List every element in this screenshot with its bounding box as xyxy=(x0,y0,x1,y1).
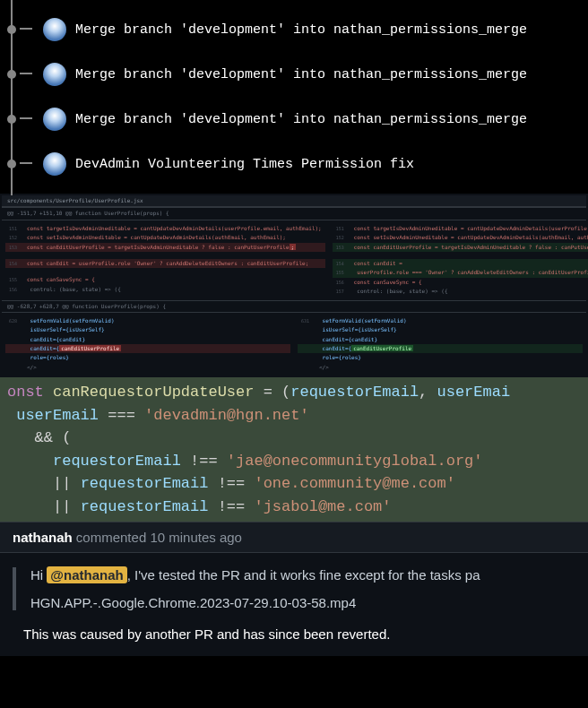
graph-area xyxy=(7,16,43,43)
graph-area xyxy=(7,106,43,133)
comment-author[interactable]: nathanah xyxy=(13,530,73,545)
graph-area xyxy=(7,61,43,88)
comment-timestamp: commented 10 minutes ago xyxy=(73,530,242,545)
code-zoom: onst canRequestorUpdateUser = (requestor… xyxy=(0,377,588,522)
comment-section: nathanah commented 10 minutes ago Hi @na… xyxy=(0,522,588,656)
commit-row[interactable]: Merge branch 'development' into nathan_p… xyxy=(0,52,588,97)
avatar xyxy=(43,63,66,86)
commit-message: Merge branch 'development' into nathan_p… xyxy=(75,112,527,127)
commit-row[interactable]: DevAdmin Volunteering Times Permission f… xyxy=(0,142,588,186)
graph-area xyxy=(7,151,43,177)
diff-hunk-header: @@ -151,7 +151,10 @@ function UserProfil… xyxy=(2,207,586,220)
comment-header[interactable]: nathanah commented 10 minutes ago xyxy=(0,522,588,553)
commit-message: DevAdmin Volunteering Times Permission f… xyxy=(75,157,414,172)
diff-right-column: 151const targetIsDevAdminUneditable = ca… xyxy=(329,220,588,300)
diff-view[interactable]: src/components/UserProfile/UserProfile.j… xyxy=(0,194,588,377)
user-mention[interactable]: @nathanah xyxy=(47,566,126,583)
avatar xyxy=(43,108,66,131)
diff-hunk-header: @@ -628,7 +628,7 @@ function UserProfile… xyxy=(2,300,586,313)
diff-left-column: 151const targetIsDevAdminUneditable = ca… xyxy=(2,220,329,300)
attachment-name[interactable]: HGN.APP.-.Google.Chrome.2023-07-29.10-03… xyxy=(30,595,575,610)
quote-block: Hi @nathanah, I've tested the PR and it … xyxy=(13,567,575,610)
commit-graph: Merge branch 'development' into nathan_p… xyxy=(0,0,588,194)
comment-reply-text: This was caused by another PR and has si… xyxy=(23,626,575,642)
diff-file-header: src/components/UserProfile/UserProfile.j… xyxy=(2,195,586,207)
diff-left-column: 628 setFormValid(setFormValid) isUserSel… xyxy=(2,313,294,376)
commit-message: Merge branch 'development' into nathan_p… xyxy=(75,22,527,38)
comment-body: Hi @nathanah, I've tested the PR and it … xyxy=(0,553,588,656)
commit-message: Merge branch 'development' into nathan_p… xyxy=(75,67,527,82)
diff-right-column: 631 setFormValid(setFormValid) isUserSel… xyxy=(294,313,586,376)
avatar xyxy=(43,18,66,41)
avatar xyxy=(43,152,66,176)
commit-row[interactable]: Merge branch 'development' into nathan_p… xyxy=(0,7,588,52)
commit-row[interactable]: Merge branch 'development' into nathan_p… xyxy=(0,97,588,142)
